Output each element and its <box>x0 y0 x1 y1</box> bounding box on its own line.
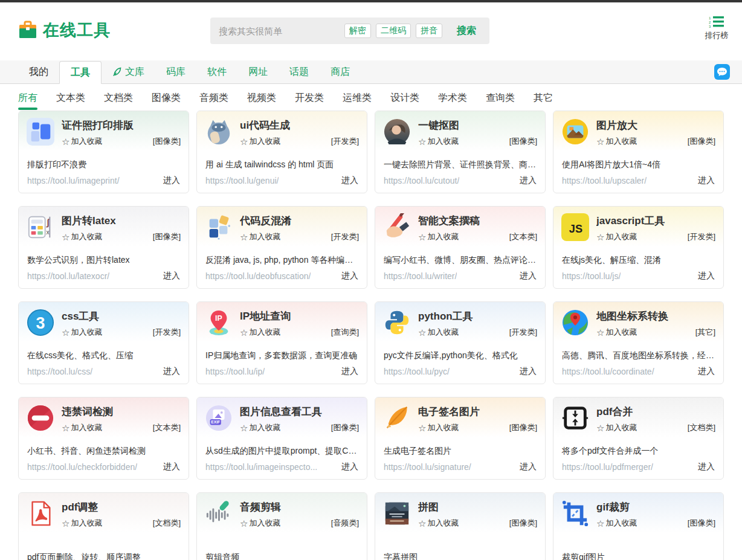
enter-link[interactable]: 进入 <box>698 175 715 186</box>
tab-code[interactable]: 码库 <box>155 60 196 83</box>
tool-title[interactable]: 拼图 <box>418 500 537 514</box>
tool-title[interactable]: 图片信息查看工具 <box>240 405 359 419</box>
chat-button[interactable] <box>714 64 730 80</box>
tool-title[interactable]: css工具 <box>62 309 181 323</box>
enter-link[interactable]: 进入 <box>520 175 537 186</box>
tool-card[interactable]: 音频剪辑☆加入收藏[音频类]剪辑音频 <box>196 492 367 560</box>
search-hot-tag[interactable]: 解密 <box>344 24 371 38</box>
tab-my[interactable]: 我的 <box>18 60 59 83</box>
filter-text[interactable]: 文本类 <box>56 92 85 111</box>
tool-card[interactable]: 拼图☆加入收藏[图像类]字幕拼图 <box>375 492 546 560</box>
tool-card[interactable]: ∫x图片转latex☆加入收藏[图像类]数学公式识别，图片转latexhttps… <box>18 206 189 289</box>
filter-audio[interactable]: 音频类 <box>199 92 228 111</box>
tool-title[interactable]: 证件照打印排版 <box>62 118 181 132</box>
search-button[interactable]: 搜索 <box>457 25 476 37</box>
add-favorite-button[interactable]: ☆加入收藏 <box>596 422 637 433</box>
filter-image[interactable]: 图像类 <box>152 92 181 111</box>
add-favorite-button[interactable]: ☆加入收藏 <box>240 422 280 433</box>
tool-title[interactable]: ui代码生成 <box>240 118 359 132</box>
tool-card[interactable]: 3css工具☆加入收藏[开发类]在线css美化、格式化、压缩https://to… <box>18 301 189 384</box>
enter-link[interactable]: 进入 <box>520 462 537 472</box>
enter-link[interactable]: 进入 <box>341 175 358 186</box>
ranking-entry[interactable]: 1 2 3 排行榜 <box>701 16 732 41</box>
tool-card[interactable]: 代码反混淆☆加入收藏[开发类]反混淆 java, js, php, python… <box>196 206 367 289</box>
tool-card[interactable]: python工具☆加入收藏[开发类]pyc文件反编译,python美化、格式化h… <box>375 301 546 384</box>
filter-academic[interactable]: 学术类 <box>438 92 467 111</box>
tool-card[interactable]: 图片放大☆加入收藏[图像类]使用AI将图片放大1倍~4倍https://tool… <box>553 111 724 193</box>
add-favorite-button[interactable]: ☆加入收藏 <box>418 136 459 147</box>
tool-card[interactable]: ui代码生成☆加入收藏[开发类]用 ai 生成 tailwindcss 的 ht… <box>196 111 367 193</box>
tool-title[interactable]: 代码反混淆 <box>240 214 359 228</box>
tool-title[interactable]: 智能文案撰稿 <box>418 214 537 228</box>
search-hot-tag[interactable]: 拼音 <box>416 24 442 38</box>
search-input[interactable] <box>218 25 344 37</box>
add-favorite-button[interactable]: ☆加入收藏 <box>418 231 459 242</box>
enter-link[interactable]: 进入 <box>341 366 358 377</box>
add-favorite-button[interactable]: ☆加入收藏 <box>418 422 459 433</box>
tool-card[interactable]: 智能文案撰稿☆加入收藏[文本类]编写小红书、微博、朋友圈、热点评论等文案http… <box>375 206 546 289</box>
add-favorite-button[interactable]: ☆加入收藏 <box>62 518 102 529</box>
enter-link[interactable]: 进入 <box>698 366 715 377</box>
filter-other[interactable]: 其它 <box>534 92 553 111</box>
tool-card[interactable]: 证件照打印排版☆加入收藏[图像类]排版打印不浪费https://tool.lu/… <box>18 111 189 193</box>
tool-card[interactable]: gif裁剪☆加入收藏[图像类]裁剪gif图片 <box>553 492 724 560</box>
tab-tools[interactable]: 工具 <box>59 61 102 84</box>
add-favorite-button[interactable]: ☆加入收藏 <box>62 327 102 338</box>
tool-title[interactable]: 电子签名图片 <box>418 405 537 419</box>
tool-title[interactable]: 音频剪辑 <box>240 500 359 514</box>
enter-link[interactable]: 进入 <box>163 175 180 186</box>
tab-topics[interactable]: 话题 <box>279 60 320 83</box>
tool-card[interactable]: pdf调整☆加入收藏[文档类]pdf页面删除、旋转、顺序调整 <box>18 492 189 560</box>
filter-all[interactable]: 所有 <box>18 92 37 111</box>
add-favorite-button[interactable]: ☆加入收藏 <box>62 231 102 242</box>
add-favorite-button[interactable]: ☆加入收藏 <box>240 327 280 338</box>
tool-card[interactable]: 电子签名图片☆加入收藏[图像类]生成电子签名图片https://tool.lu/… <box>375 397 546 480</box>
filter-video[interactable]: 视频类 <box>247 92 276 111</box>
tool-title[interactable]: python工具 <box>418 309 537 323</box>
tool-card[interactable]: 违禁词检测☆加入收藏[文本类]小红书、抖音、闲鱼违禁词检测https://too… <box>18 397 189 480</box>
enter-link[interactable]: 进入 <box>163 271 180 282</box>
add-favorite-button[interactable]: ☆加入收藏 <box>596 136 637 147</box>
tool-title[interactable]: pdf调整 <box>62 500 181 514</box>
tool-title[interactable]: 图片转latex <box>62 214 181 228</box>
tool-title[interactable]: 图片放大 <box>596 118 715 132</box>
tab-software[interactable]: 软件 <box>196 60 237 83</box>
add-favorite-button[interactable]: ☆加入收藏 <box>240 136 280 147</box>
enter-link[interactable]: 进入 <box>698 271 715 282</box>
tab-library[interactable]: 文库 <box>102 60 155 83</box>
tool-title[interactable]: pdf合并 <box>596 405 715 419</box>
tab-sites[interactable]: 网址 <box>237 60 279 83</box>
add-favorite-button[interactable]: ☆加入收藏 <box>240 518 280 529</box>
add-favorite-button[interactable]: ☆加入收藏 <box>62 136 102 147</box>
tool-title[interactable]: 一键抠图 <box>418 118 537 132</box>
enter-link[interactable]: 进入 <box>341 271 358 282</box>
tool-title[interactable]: IP地址查询 <box>240 309 359 323</box>
add-favorite-button[interactable]: ☆加入收藏 <box>62 422 102 433</box>
add-favorite-button[interactable]: ☆加入收藏 <box>418 327 459 338</box>
site-logo[interactable]: 在线工具 <box>18 19 111 41</box>
tool-card[interactable]: IPIP地址查询☆加入收藏[查询类]IP归属地查询，多套数据源，查询更准确htt… <box>196 301 367 384</box>
add-favorite-button[interactable]: ☆加入收藏 <box>596 518 637 529</box>
filter-dev[interactable]: 开发类 <box>295 92 324 111</box>
tool-card[interactable]: 地图坐标系转换☆加入收藏[其它]高德、腾讯、百度地图坐标系转换，经纬度...ht… <box>553 301 724 384</box>
tool-card[interactable]: pdf合并☆加入收藏[文档类]将多个pdf文件合并成一个https://tool… <box>553 397 724 480</box>
add-favorite-button[interactable]: ☆加入收藏 <box>596 327 637 338</box>
tool-title[interactable]: javascript工具 <box>596 214 715 228</box>
tool-card[interactable]: JSjavascript工具☆加入收藏[开发类]在线js美化、解压缩、混淆htt… <box>553 206 724 289</box>
tool-title[interactable]: gif裁剪 <box>596 500 715 514</box>
add-favorite-button[interactable]: ☆加入收藏 <box>418 518 459 529</box>
add-favorite-button[interactable]: ☆加入收藏 <box>596 231 637 242</box>
filter-ops[interactable]: 运维类 <box>343 92 372 111</box>
filter-design[interactable]: 设计类 <box>390 92 419 111</box>
enter-link[interactable]: 进入 <box>341 462 358 472</box>
enter-link[interactable]: 进入 <box>520 366 537 377</box>
tool-title[interactable]: 地图坐标系转换 <box>596 309 715 323</box>
enter-link[interactable]: 进入 <box>698 462 715 472</box>
tool-card[interactable]: EXIF图片信息查看工具☆加入收藏[图像类]从sd生成的图片中提取prompt、… <box>196 397 367 480</box>
filter-query[interactable]: 查询类 <box>486 92 515 111</box>
enter-link[interactable]: 进入 <box>163 366 180 377</box>
tab-shop[interactable]: 商店 <box>320 60 361 83</box>
tool-title[interactable]: 违禁词检测 <box>62 405 181 419</box>
tool-card[interactable]: 一键抠图☆加入收藏[图像类]一键去除照片背景、证件照换背景、商品白...http… <box>375 111 546 193</box>
enter-link[interactable]: 进入 <box>520 271 537 282</box>
